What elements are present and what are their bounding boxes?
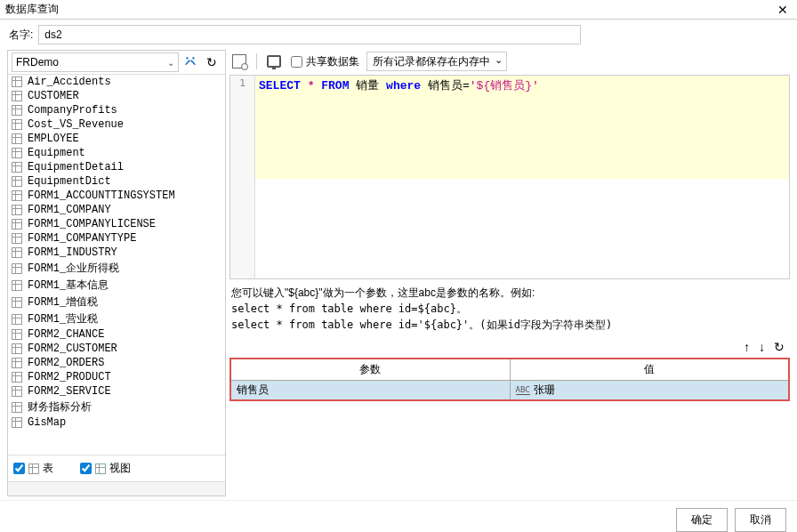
param-table: 参数 值 销售员 ABC 张珊 xyxy=(229,358,790,401)
table-item-label: EquipmentDict xyxy=(28,175,111,188)
cut-icon[interactable] xyxy=(181,52,200,72)
table-icon xyxy=(12,105,22,116)
table-item-label: FORM2_ORDERS xyxy=(28,357,104,369)
table-item-label: FORM1_营业税 xyxy=(28,311,98,326)
table-item[interactable]: CUSTOMER xyxy=(8,89,225,103)
table-icon xyxy=(12,162,22,173)
view-icon xyxy=(95,463,106,474)
name-input[interactable] xyxy=(38,25,581,44)
param-name-cell[interactable]: 销售员 xyxy=(231,381,511,399)
table-item-label: FORM1_增值税 xyxy=(28,294,98,310)
table-item-label: FORM2_CHANCE xyxy=(28,328,104,341)
refresh-icon[interactable]: ↻ xyxy=(202,52,221,72)
table-icon xyxy=(12,91,22,101)
sql-from: FROM xyxy=(321,79,349,93)
cancel-button[interactable]: 取消 xyxy=(735,508,786,532)
sql-editor[interactable]: 1 SELECT * FROM 销量 where 销售员='${销售员}' xyxy=(229,75,790,279)
hint-line3: select * from table where id='${abc}'。(如… xyxy=(231,317,788,333)
table-item[interactable]: FORM2_PRODUCT xyxy=(8,370,225,384)
table-item-label: FORM1_COMPANY xyxy=(28,204,111,216)
screen-icon[interactable] xyxy=(264,52,284,71)
table-icon xyxy=(12,233,22,244)
hint-area: 您可以键入"${abc}"做为一个参数，这里abc是参数的名称。例如: sele… xyxy=(229,281,790,336)
hint-line2: select * from table where id=${abc}。 xyxy=(231,301,788,317)
table-item[interactable]: 财务指标分析 xyxy=(8,399,225,415)
table-icon xyxy=(12,133,22,144)
table-icon xyxy=(28,463,39,474)
table-item-label: Cost_VS_Revenue xyxy=(28,118,124,131)
table-icon xyxy=(12,190,22,201)
table-item-label: CompanyProfits xyxy=(28,104,117,117)
table-item-label: FORM2_CUSTOMER xyxy=(28,343,117,355)
table-item[interactable]: FORM1_增值税 xyxy=(8,294,225,310)
table-item[interactable]: CompanyProfits xyxy=(8,103,225,117)
table-item-label: FORM1_COMPANYLICENSE xyxy=(28,218,156,230)
table-item[interactable]: FORM1_COMPANYLICENSE xyxy=(8,217,225,231)
table-item-label: FORM1_基本信息 xyxy=(28,278,109,293)
table-item[interactable]: Cost_VS_Revenue xyxy=(8,117,225,132)
param-row[interactable]: 销售员 ABC 张珊 xyxy=(231,381,788,399)
line-number: 1 xyxy=(230,77,254,89)
table-item-label: EMPLOYEE xyxy=(28,133,79,145)
table-icon xyxy=(12,205,22,215)
refresh-params-icon[interactable]: ↻ xyxy=(774,340,785,354)
share-dataset-checkbox[interactable] xyxy=(291,56,302,68)
share-dataset-label: 共享数据集 xyxy=(306,54,359,69)
table-item-label: 财务指标分析 xyxy=(28,399,92,415)
table-list[interactable]: Air_AccidentsCUSTOMERCompanyProfitsCost_… xyxy=(8,75,225,455)
table-item[interactable]: FORM2_SERVICE xyxy=(8,384,225,399)
connection-select[interactable]: FRDemo ⌄ xyxy=(12,52,179,72)
table-item[interactable]: FORM1_COMPANY xyxy=(8,203,225,217)
table-item[interactable]: FORM1_企业所得税 xyxy=(8,260,225,277)
table-item[interactable]: EMPLOYEE xyxy=(8,132,225,146)
table-item[interactable]: Air_Accidents xyxy=(8,75,225,89)
move-down-icon[interactable]: ↓ xyxy=(759,340,765,354)
horizontal-scrollbar[interactable] xyxy=(8,481,225,496)
table-icon xyxy=(12,77,22,87)
table-item[interactable]: FORM1_ACCOUNTTINGSYSTEM xyxy=(8,189,225,203)
sql-where: where xyxy=(386,79,421,93)
table-item[interactable]: FORM1_营业税 xyxy=(8,310,225,327)
table-filter-checkbox[interactable] xyxy=(13,463,25,474)
window-title: 数据库查询 xyxy=(5,2,59,17)
table-item-label: EquipmentDetail xyxy=(28,161,124,173)
table-item[interactable]: EquipmentDetail xyxy=(8,160,225,174)
table-icon xyxy=(12,247,22,258)
ok-button[interactable]: 确定 xyxy=(676,508,728,532)
hint-line1: 您可以键入"${abc}"做为一个参数，这里abc是参数的名称。例如: xyxy=(231,285,788,301)
close-icon[interactable]: ✕ xyxy=(774,3,792,17)
table-filter-label: 表 xyxy=(43,461,53,476)
table-icon xyxy=(12,176,22,187)
table-icon xyxy=(12,329,22,340)
table-item-label: Equipment xyxy=(28,147,85,159)
name-label: 名字: xyxy=(9,28,33,43)
chevron-down-icon: ⌄ xyxy=(167,58,174,68)
move-up-icon[interactable]: ↑ xyxy=(744,340,750,354)
preview-icon[interactable] xyxy=(229,52,249,71)
table-item[interactable]: EquipmentDict xyxy=(8,174,225,189)
table-icon xyxy=(12,119,22,130)
table-item-label: FORM2_SERVICE xyxy=(28,385,111,398)
table-icon xyxy=(12,386,22,397)
table-item[interactable]: GisMap xyxy=(8,415,225,430)
sql-table: 销量 xyxy=(356,79,379,93)
sql-cond-field: 销售员= xyxy=(428,79,470,93)
param-col-value: 值 xyxy=(511,359,789,380)
table-item[interactable]: Equipment xyxy=(8,146,225,160)
view-filter-checkbox[interactable] xyxy=(80,463,92,474)
string-type-icon: ABC xyxy=(516,385,530,395)
table-icon xyxy=(12,372,22,383)
table-item[interactable]: FORM2_CUSTOMER xyxy=(8,342,225,356)
param-value-cell[interactable]: 张珊 xyxy=(534,383,555,398)
memory-option: 所有记录都保存在内存中 xyxy=(373,54,490,69)
memory-select[interactable]: 所有记录都保存在内存中 xyxy=(366,52,507,71)
table-item[interactable]: FORM1_基本信息 xyxy=(8,277,225,294)
table-item-label: CUSTOMER xyxy=(28,90,79,102)
table-item[interactable]: FORM2_CHANCE xyxy=(8,327,225,342)
view-filter-label: 视图 xyxy=(109,461,131,476)
table-item-label: FORM1_INDUSTRY xyxy=(28,246,117,259)
table-item[interactable]: FORM1_COMPANYTYPE xyxy=(8,231,225,246)
table-item[interactable]: FORM1_INDUSTRY xyxy=(8,246,225,260)
table-icon xyxy=(12,263,22,274)
table-item[interactable]: FORM2_ORDERS xyxy=(8,356,225,370)
